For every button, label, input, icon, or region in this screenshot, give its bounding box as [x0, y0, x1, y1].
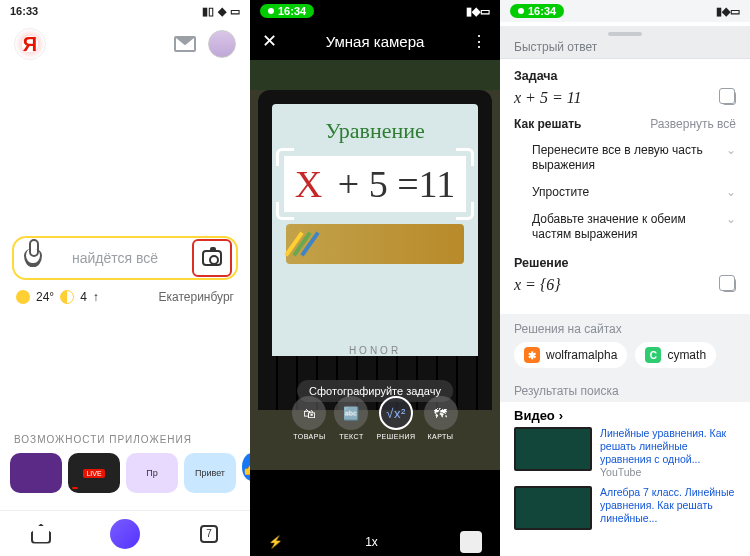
- solution-expression: x = {6}: [514, 276, 561, 294]
- thumbs-up-icon[interactable]: 👍: [242, 453, 250, 481]
- sim-icon: ▮▯: [202, 5, 214, 18]
- step-item[interactable]: Перенесите все в левую часть выражения⌄: [532, 137, 736, 179]
- chevron-down-icon: ⌄: [726, 143, 736, 158]
- crop-corner-icon[interactable]: [276, 202, 294, 220]
- chevron-down-icon: ⌄: [726, 185, 736, 200]
- close-icon[interactable]: ✕: [262, 30, 277, 52]
- copy-icon[interactable]: [722, 91, 736, 105]
- text-icon: 🔤: [343, 406, 360, 421]
- wifi-icon: ◆: [218, 5, 226, 18]
- task-label: Задача: [514, 69, 736, 83]
- camera-bottom-bar: ⚡ 1x: [250, 528, 500, 556]
- battery-icon: ▭: [230, 5, 240, 18]
- weather-temp: 24°: [36, 290, 54, 304]
- video-item[interactable]: Алгебра 7 класс. Линейные уравнения. Как…: [514, 486, 736, 530]
- video-title: Линейные уравнения. Как решать линейные …: [600, 427, 736, 466]
- bag-icon: 🛍: [303, 406, 317, 421]
- site-wolframalpha[interactable]: ✱ wolframalpha: [514, 342, 627, 368]
- yandex-logo-icon[interactable]: Я: [14, 28, 46, 60]
- sheet-header-label: Быстрый ответ: [514, 40, 597, 54]
- step-item[interactable]: Добавьте значение к обеим частям выражен…: [532, 206, 736, 248]
- section-title: ВОЗМОЖНОСТИ ПРИЛОЖЕНИЯ: [0, 434, 250, 445]
- camera-viewport[interactable]: Уравнение X + 5 =11 HONOR Сфотографируйт…: [250, 60, 500, 470]
- cymath-icon: C: [645, 347, 661, 363]
- status-time: 16:34: [260, 4, 314, 18]
- moon-icon: [60, 290, 74, 304]
- home-icon: [31, 524, 51, 544]
- video-thumbnail: [514, 427, 592, 471]
- video-title: Алгебра 7 класс. Линейные уравнения. Как…: [600, 486, 736, 525]
- feature-card[interactable]: Привет: [184, 453, 236, 493]
- mode-text[interactable]: 🔤 ТЕКСТ: [334, 396, 368, 440]
- weather-arrow: ↑: [93, 290, 99, 304]
- camera-title: Умная камера: [250, 33, 500, 50]
- avatar[interactable]: [208, 30, 236, 58]
- crop-corner-icon[interactable]: [456, 202, 474, 220]
- camera-mode-row: 🛍 ТОВАРЫ 🔤 ТЕКСТ √x² РЕШЕНИЯ 🗺 КАРТЫ: [250, 390, 500, 446]
- video-item[interactable]: Линейные уравнения. Как решать линейные …: [514, 427, 736, 480]
- mode-goods[interactable]: 🛍 ТОВАРЫ: [292, 396, 326, 440]
- wolfram-icon: ✱: [524, 347, 540, 363]
- video-heading[interactable]: Видео›: [514, 408, 736, 423]
- steps-list: Перенесите все в левую часть выражения⌄ …: [514, 137, 736, 248]
- mode-solutions[interactable]: √x² РЕШЕНИЯ: [376, 396, 415, 440]
- nav-alice[interactable]: [110, 519, 140, 549]
- chevron-right-icon: ›: [559, 408, 563, 423]
- site-cymath[interactable]: C cymath: [635, 342, 716, 368]
- status-icons: ▮▯ ◆ ▭: [202, 5, 240, 18]
- bottom-nav: 7: [0, 510, 250, 556]
- feature-cards[interactable]: LIVE Пр Привет 👍: [0, 445, 250, 501]
- math-icon: √x²: [386, 406, 405, 421]
- expand-all-button[interactable]: Развернуть всё: [650, 117, 736, 131]
- equation-rest: + 5 =11: [328, 163, 455, 205]
- step-item[interactable]: Упростите⌄: [532, 179, 736, 206]
- status-bar: 16:34 ▮◆▭: [500, 0, 750, 22]
- feature-card[interactable]: Пр: [126, 453, 178, 493]
- mail-icon[interactable]: [174, 36, 196, 52]
- weather-alt: 4: [80, 290, 87, 304]
- screen-solution: 16:34 ▮◆▭ Быстрый ответ Задача x + 5 = 1…: [500, 0, 750, 556]
- tabs-icon: 7: [200, 525, 218, 543]
- camera-icon: [202, 250, 222, 266]
- weather-city: Екатеринбург: [159, 290, 235, 304]
- crop-corner-icon[interactable]: [456, 148, 474, 166]
- copy-icon[interactable]: [722, 278, 736, 292]
- detected-laptop: Уравнение X + 5 =11 HONOR: [258, 90, 492, 410]
- video-thumbnail: [514, 486, 592, 530]
- task-expression: x + 5 = 11: [514, 89, 582, 107]
- equation-x: X: [295, 163, 322, 205]
- weather-row[interactable]: 24° 4 ↑ Екатеринбург: [0, 280, 250, 314]
- nav-home[interactable]: [28, 521, 54, 547]
- gallery-button[interactable]: [460, 531, 482, 553]
- decorative-pencils: [286, 224, 464, 264]
- feature-card[interactable]: [10, 453, 62, 493]
- nav-tabs[interactable]: 7: [196, 521, 222, 547]
- solution-label: Решение: [514, 256, 736, 270]
- status-bar: 16:34 ▮◆▭: [250, 0, 500, 22]
- sheet-header[interactable]: Быстрый ответ: [500, 26, 750, 59]
- status-icons: ▮◆▭: [716, 5, 740, 18]
- flash-toggle[interactable]: ⚡: [268, 535, 283, 549]
- microphone-icon[interactable]: [24, 249, 42, 267]
- more-icon[interactable]: ⋮: [471, 32, 488, 51]
- task-expression-row: x + 5 = 11: [514, 89, 736, 107]
- feature-card-live[interactable]: LIVE: [68, 453, 120, 493]
- search-bar[interactable]: найдётся всё: [12, 236, 238, 280]
- smart-camera-button[interactable]: [192, 239, 232, 277]
- laptop-brand: HONOR: [258, 345, 492, 356]
- sites-label: Решения на сайтах: [514, 322, 622, 336]
- sun-icon: [16, 290, 30, 304]
- video-source: YouTube: [600, 466, 736, 479]
- equation-crop-area[interactable]: X + 5 =11: [284, 156, 466, 212]
- crop-corner-icon[interactable]: [276, 148, 294, 166]
- camera-header: ✕ Умная камера ⋮: [250, 22, 500, 60]
- screen-yandex-home: 16:33 ▮▯ ◆ ▭ Я найдётся всё 24° 4 ↑ Екат…: [0, 0, 250, 556]
- app-header: Я: [0, 22, 250, 66]
- chevron-down-icon: ⌄: [726, 212, 736, 227]
- status-bar: 16:33 ▮▯ ◆ ▭: [0, 0, 250, 22]
- mode-maps[interactable]: 🗺 КАРТЫ: [424, 396, 458, 440]
- results-label: Результаты поиска: [500, 376, 750, 402]
- zoom-level[interactable]: 1x: [365, 535, 378, 549]
- sheet-handle-icon[interactable]: [608, 32, 642, 36]
- sites-section: Решения на сайтах ✱ wolframalpha C cymat…: [500, 314, 750, 376]
